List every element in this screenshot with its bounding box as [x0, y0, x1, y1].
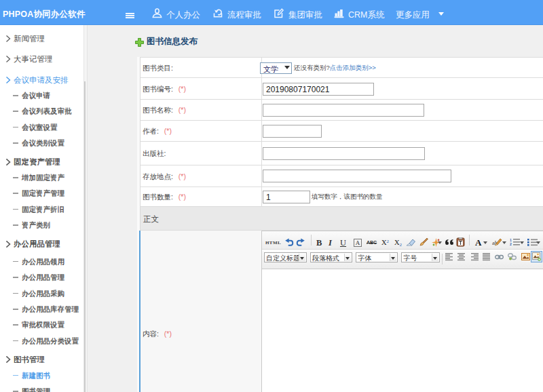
svg-text:2: 2: [510, 242, 512, 246]
svg-text:1: 1: [510, 238, 512, 242]
